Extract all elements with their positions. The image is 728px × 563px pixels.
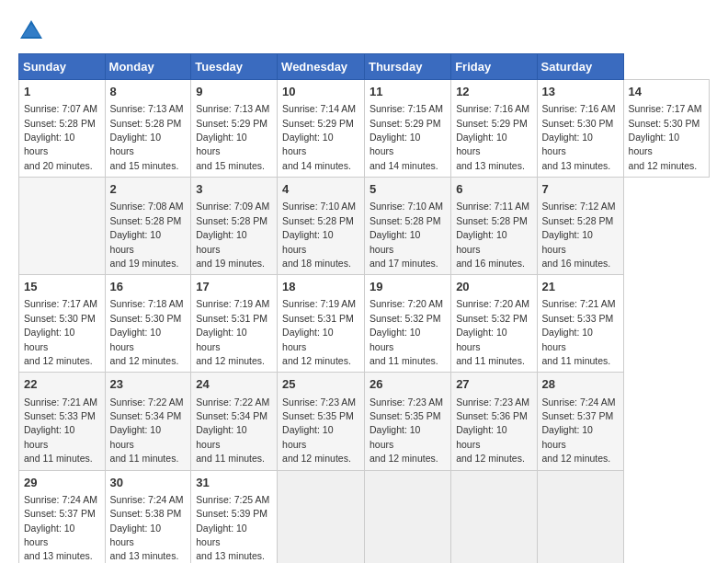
- day-info: Sunrise: 7:15 AM Sunset: 5:29 PM Dayligh…: [370, 103, 443, 171]
- day-number: 14: [629, 84, 704, 100]
- logo: [18, 18, 48, 44]
- calendar-week-3: 15Sunrise: 7:17 AM Sunset: 5:30 PM Dayli…: [19, 275, 710, 373]
- calendar-week-1: 1Sunrise: 7:07 AM Sunset: 5:28 PM Daylig…: [19, 80, 710, 178]
- day-number: 19: [370, 279, 446, 295]
- day-info: Sunrise: 7:07 AM Sunset: 5:28 PM Dayligh…: [24, 103, 97, 171]
- day-header-friday: Friday: [451, 54, 537, 80]
- day-number: 15: [24, 279, 100, 295]
- day-info: Sunrise: 7:19 AM Sunset: 5:31 PM Dayligh…: [282, 298, 356, 366]
- day-number: 7: [542, 181, 619, 198]
- day-number: 9: [196, 84, 272, 100]
- day-number: 27: [456, 376, 531, 393]
- day-info: Sunrise: 7:13 AM Sunset: 5:28 PM Dayligh…: [110, 103, 184, 171]
- logo-icon: [18, 18, 44, 44]
- day-info: Sunrise: 7:17 AM Sunset: 5:30 PM Dayligh…: [629, 103, 702, 171]
- day-info: Sunrise: 7:10 AM Sunset: 5:28 PM Dayligh…: [370, 201, 443, 269]
- day-number: 24: [196, 376, 272, 393]
- calendar-cell: 5Sunrise: 7:10 AM Sunset: 5:28 PM Daylig…: [364, 178, 450, 275]
- day-info: Sunrise: 7:17 AM Sunset: 5:30 PM Dayligh…: [24, 298, 97, 366]
- day-number: 1: [24, 84, 100, 100]
- day-info: Sunrise: 7:20 AM Sunset: 5:32 PM Dayligh…: [456, 298, 529, 366]
- day-header-saturday: Saturday: [537, 54, 623, 80]
- calendar-cell: 1Sunrise: 7:07 AM Sunset: 5:28 PM Daylig…: [19, 80, 106, 178]
- day-info: Sunrise: 7:18 AM Sunset: 5:30 PM Dayligh…: [110, 298, 184, 366]
- calendar-week-2: 2Sunrise: 7:08 AM Sunset: 5:28 PM Daylig…: [19, 178, 710, 275]
- calendar-cell: 9Sunrise: 7:13 AM Sunset: 5:29 PM Daylig…: [191, 80, 278, 178]
- day-number: 3: [196, 181, 272, 198]
- day-header-monday: Monday: [105, 54, 191, 80]
- calendar-week-4: 22Sunrise: 7:21 AM Sunset: 5:33 PM Dayli…: [19, 373, 710, 470]
- calendar-cell: 15Sunrise: 7:17 AM Sunset: 5:30 PM Dayli…: [19, 275, 106, 373]
- calendar-cell: 18Sunrise: 7:19 AM Sunset: 5:31 PM Dayli…: [278, 275, 365, 373]
- day-number: 31: [196, 475, 272, 491]
- day-number: 18: [282, 279, 359, 295]
- day-number: 11: [370, 84, 446, 100]
- day-header-thursday: Thursday: [364, 54, 450, 80]
- calendar-cell: [278, 470, 365, 563]
- day-number: 4: [282, 181, 359, 198]
- calendar-cell: 25Sunrise: 7:23 AM Sunset: 5:35 PM Dayli…: [278, 373, 365, 470]
- calendar-cell: 17Sunrise: 7:19 AM Sunset: 5:31 PM Dayli…: [191, 275, 278, 373]
- calendar-cell: 2Sunrise: 7:08 AM Sunset: 5:28 PM Daylig…: [105, 178, 191, 275]
- calendar-cell: 31Sunrise: 7:25 AM Sunset: 5:39 PM Dayli…: [191, 470, 278, 563]
- day-info: Sunrise: 7:22 AM Sunset: 5:34 PM Dayligh…: [196, 396, 269, 465]
- day-info: Sunrise: 7:22 AM Sunset: 5:34 PM Dayligh…: [110, 396, 184, 465]
- day-info: Sunrise: 7:23 AM Sunset: 5:36 PM Dayligh…: [456, 396, 529, 465]
- day-info: Sunrise: 7:09 AM Sunset: 5:28 PM Dayligh…: [196, 201, 269, 269]
- day-number: 2: [110, 181, 187, 198]
- day-info: Sunrise: 7:24 AM Sunset: 5:37 PM Dayligh…: [24, 494, 97, 562]
- calendar-cell: 20Sunrise: 7:20 AM Sunset: 5:32 PM Dayli…: [451, 275, 537, 373]
- calendar-cell: 23Sunrise: 7:22 AM Sunset: 5:34 PM Dayli…: [105, 373, 191, 470]
- calendar-cell: 22Sunrise: 7:21 AM Sunset: 5:33 PM Dayli…: [19, 373, 106, 470]
- day-info: Sunrise: 7:24 AM Sunset: 5:37 PM Dayligh…: [542, 396, 616, 465]
- day-info: Sunrise: 7:13 AM Sunset: 5:29 PM Dayligh…: [196, 103, 269, 171]
- day-info: Sunrise: 7:21 AM Sunset: 5:33 PM Dayligh…: [542, 298, 616, 366]
- day-number: 29: [24, 475, 100, 491]
- day-number: 10: [282, 84, 359, 100]
- day-header-wednesday: Wednesday: [278, 54, 365, 80]
- calendar-cell: 24Sunrise: 7:22 AM Sunset: 5:34 PM Dayli…: [191, 373, 278, 470]
- calendar-cell: [364, 470, 450, 563]
- day-header-tuesday: Tuesday: [191, 54, 278, 80]
- header: [18, 18, 710, 44]
- day-info: Sunrise: 7:10 AM Sunset: 5:28 PM Dayligh…: [282, 201, 356, 269]
- day-info: Sunrise: 7:23 AM Sunset: 5:35 PM Dayligh…: [370, 396, 443, 465]
- day-number: 21: [542, 279, 619, 295]
- calendar-cell: 4Sunrise: 7:10 AM Sunset: 5:28 PM Daylig…: [278, 178, 365, 275]
- calendar-cell: 29Sunrise: 7:24 AM Sunset: 5:37 PM Dayli…: [19, 470, 106, 563]
- day-info: Sunrise: 7:14 AM Sunset: 5:29 PM Dayligh…: [282, 103, 356, 171]
- calendar-cell: 8Sunrise: 7:13 AM Sunset: 5:28 PM Daylig…: [105, 80, 191, 178]
- day-info: Sunrise: 7:20 AM Sunset: 5:32 PM Dayligh…: [370, 298, 443, 366]
- calendar-cell: 28Sunrise: 7:24 AM Sunset: 5:37 PM Dayli…: [537, 373, 623, 470]
- day-number: 12: [456, 84, 531, 100]
- day-number: 6: [456, 181, 531, 198]
- days-header-row: SundayMondayTuesdayWednesdayThursdayFrid…: [19, 54, 710, 80]
- calendar-cell: [19, 178, 106, 275]
- day-number: 23: [110, 376, 187, 393]
- calendar-cell: 16Sunrise: 7:18 AM Sunset: 5:30 PM Dayli…: [105, 275, 191, 373]
- day-number: 5: [370, 181, 446, 198]
- calendar-cell: 12Sunrise: 7:16 AM Sunset: 5:29 PM Dayli…: [451, 80, 537, 178]
- calendar-cell: 13Sunrise: 7:16 AM Sunset: 5:30 PM Dayli…: [537, 80, 623, 178]
- day-number: 13: [542, 84, 619, 100]
- calendar-week-5: 29Sunrise: 7:24 AM Sunset: 5:37 PM Dayli…: [19, 470, 710, 563]
- day-number: 16: [110, 279, 187, 295]
- calendar-cell: [537, 470, 623, 563]
- day-info: Sunrise: 7:16 AM Sunset: 5:29 PM Dayligh…: [456, 103, 529, 171]
- day-number: 22: [24, 376, 100, 393]
- calendar-cell: 27Sunrise: 7:23 AM Sunset: 5:36 PM Dayli…: [451, 373, 537, 470]
- day-number: 20: [456, 279, 531, 295]
- day-info: Sunrise: 7:08 AM Sunset: 5:28 PM Dayligh…: [110, 201, 184, 269]
- calendar-table: SundayMondayTuesdayWednesdayThursdayFrid…: [18, 53, 710, 563]
- calendar-cell: 10Sunrise: 7:14 AM Sunset: 5:29 PM Dayli…: [278, 80, 365, 178]
- calendar-cell: 3Sunrise: 7:09 AM Sunset: 5:28 PM Daylig…: [191, 178, 278, 275]
- day-info: Sunrise: 7:23 AM Sunset: 5:35 PM Dayligh…: [282, 396, 356, 465]
- calendar-cell: 7Sunrise: 7:12 AM Sunset: 5:28 PM Daylig…: [537, 178, 623, 275]
- day-number: 25: [282, 376, 359, 393]
- day-info: Sunrise: 7:19 AM Sunset: 5:31 PM Dayligh…: [196, 298, 269, 366]
- calendar-cell: 19Sunrise: 7:20 AM Sunset: 5:32 PM Dayli…: [364, 275, 450, 373]
- calendar-cell: 26Sunrise: 7:23 AM Sunset: 5:35 PM Dayli…: [364, 373, 450, 470]
- day-number: 26: [370, 376, 446, 393]
- day-info: Sunrise: 7:24 AM Sunset: 5:38 PM Dayligh…: [110, 494, 184, 562]
- day-info: Sunrise: 7:25 AM Sunset: 5:39 PM Dayligh…: [196, 494, 269, 562]
